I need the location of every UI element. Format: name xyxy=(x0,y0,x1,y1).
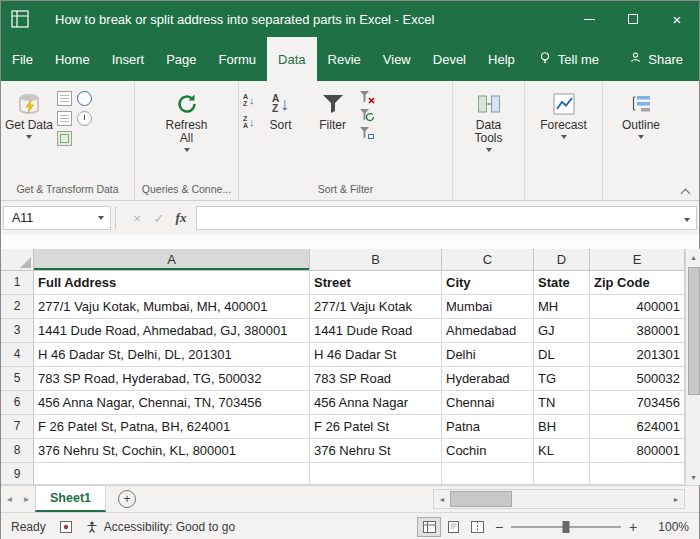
zoom-in-button[interactable]: + xyxy=(623,519,643,535)
hscroll-thumb[interactable] xyxy=(450,491,512,507)
accessibility-icon[interactable] xyxy=(86,521,98,533)
refresh-all-button[interactable]: Refresh All xyxy=(161,85,213,152)
cell-b7[interactable]: F 26 Patel St xyxy=(310,415,442,439)
cell-a3[interactable]: 1441 Dude Road, Ahmedabad, GJ, 380001 xyxy=(34,319,310,343)
formula-input[interactable] xyxy=(196,206,697,230)
scroll-up-icon[interactable]: ▲ xyxy=(686,249,700,265)
cell-e6[interactable]: 703456 xyxy=(590,391,685,415)
outline-button[interactable]: Outline xyxy=(622,85,660,139)
row-header-2[interactable]: 2 xyxy=(1,295,34,319)
tab-home[interactable]: Home xyxy=(44,37,101,81)
cell-b2[interactable]: 277/1 Vaju Kotak xyxy=(310,295,442,319)
from-text-csv-icon[interactable] xyxy=(57,91,72,106)
row-header-5[interactable]: 5 xyxy=(1,367,34,391)
cell-d5[interactable]: TG xyxy=(534,367,590,391)
cell-a2[interactable]: 277/1 Vaju Kotak, Mumbai, MH, 400001 xyxy=(34,295,310,319)
cell-a7[interactable]: F 26 Patel St, Patna, BH, 624001 xyxy=(34,415,310,439)
cell-d3[interactable]: GJ xyxy=(534,319,590,343)
cell-e1[interactable]: Zip Code xyxy=(590,271,685,295)
zoom-slider-thumb[interactable] xyxy=(563,521,570,533)
enter-icon[interactable]: ✓ xyxy=(148,211,170,226)
cell-e5[interactable]: 500032 xyxy=(590,367,685,391)
column-header-e[interactable]: E xyxy=(590,249,685,271)
cell-c6[interactable]: Chennai xyxy=(442,391,534,415)
cell-e2[interactable]: 400001 xyxy=(590,295,685,319)
cell-d6[interactable]: TN xyxy=(534,391,590,415)
select-all-corner[interactable] xyxy=(1,249,34,271)
share-button[interactable]: Share xyxy=(613,37,699,81)
vscroll-thumb[interactable] xyxy=(688,267,700,395)
column-header-c[interactable]: C xyxy=(442,249,534,271)
cell-b8[interactable]: 376 Nehru St xyxy=(310,439,442,463)
row-header-7[interactable]: 7 xyxy=(1,415,34,439)
forecast-button[interactable]: Forecast xyxy=(540,85,587,139)
zoom-out-button[interactable]: − xyxy=(489,519,509,535)
minimize-button[interactable] xyxy=(567,1,611,37)
column-header-d[interactable]: D xyxy=(534,249,590,271)
name-box[interactable]: A11 xyxy=(3,206,111,230)
tab-data[interactable]: Data xyxy=(267,37,316,81)
maximize-button[interactable] xyxy=(611,1,655,37)
cell-c4[interactable]: Delhi xyxy=(442,343,534,367)
collapse-ribbon-icon[interactable] xyxy=(681,188,691,195)
scroll-down-icon[interactable]: ▼ xyxy=(686,469,700,485)
advanced-filter-button[interactable] xyxy=(359,125,375,143)
row-header-3[interactable]: 3 xyxy=(1,319,34,343)
tab-review[interactable]: Revie xyxy=(317,37,372,81)
sheet-nav-left-icon[interactable]: ◄ xyxy=(1,486,18,512)
cell-d4[interactable]: DL xyxy=(534,343,590,367)
cell-c2[interactable]: Mumbai xyxy=(442,295,534,319)
sort-button[interactable]: AZ↓ Sort xyxy=(255,85,307,132)
horizontal-scrollbar[interactable]: ◄ ► xyxy=(433,489,685,509)
cell-e7[interactable]: 624001 xyxy=(590,415,685,439)
vertical-scrollbar[interactable]: ▲ ▼ xyxy=(685,249,700,485)
cell-b6[interactable]: 456 Anna Nagar xyxy=(310,391,442,415)
cell-c1[interactable]: City xyxy=(442,271,534,295)
cell-b4[interactable]: H 46 Dadar St xyxy=(310,343,442,367)
row-header-4[interactable]: 4 xyxy=(1,343,34,367)
cell-a5[interactable]: 783 SP Road, Hyderabad, TG, 500032 xyxy=(34,367,310,391)
sheet-tab-sheet1[interactable]: Sheet1 xyxy=(35,486,106,512)
get-data-button[interactable]: Get Data xyxy=(5,85,53,139)
cell-c7[interactable]: Patna xyxy=(442,415,534,439)
row-header-9[interactable]: 9 xyxy=(1,463,34,485)
zoom-slider[interactable] xyxy=(511,526,621,528)
existing-connections-icon[interactable] xyxy=(77,111,92,126)
cell-e9[interactable] xyxy=(590,463,685,485)
page-break-view-button[interactable] xyxy=(465,517,489,537)
sheet-nav-right-icon[interactable]: ► xyxy=(18,486,35,512)
tab-developer[interactable]: Devel xyxy=(422,37,477,81)
reapply-filter-button[interactable] xyxy=(359,107,375,125)
tab-help[interactable]: Help xyxy=(477,37,526,81)
cell-d1[interactable]: State xyxy=(534,271,590,295)
cell-d9[interactable] xyxy=(534,463,590,485)
formula-bar-expand-icon[interactable] xyxy=(684,218,690,222)
page-layout-view-button[interactable] xyxy=(441,517,465,537)
cell-e4[interactable]: 201301 xyxy=(590,343,685,367)
cell-b9[interactable] xyxy=(310,463,442,485)
recent-sources-icon[interactable] xyxy=(57,111,72,126)
cell-d7[interactable]: BH xyxy=(534,415,590,439)
zoom-level[interactable]: 100% xyxy=(643,520,689,534)
sort-ascending-button[interactable]: AZ ↓ xyxy=(243,91,255,109)
row-header-6[interactable]: 6 xyxy=(1,391,34,415)
data-tools-button[interactable]: Data Tools xyxy=(463,85,515,152)
row-header-1[interactable]: 1 xyxy=(1,271,34,295)
filter-button[interactable]: Filter xyxy=(307,85,359,132)
hscroll-left-icon[interactable]: ◄ xyxy=(434,490,450,508)
tab-formulas[interactable]: Formu xyxy=(208,37,268,81)
macro-record-icon[interactable] xyxy=(60,521,72,533)
cell-a4[interactable]: H 46 Dadar St, Delhi, DL, 201301 xyxy=(34,343,310,367)
cell-b3[interactable]: 1441 Dude Road xyxy=(310,319,442,343)
cancel-icon[interactable]: × xyxy=(126,211,148,226)
tab-view[interactable]: View xyxy=(372,37,422,81)
tab-insert[interactable]: Insert xyxy=(101,37,156,81)
cell-b1[interactable]: Street xyxy=(310,271,442,295)
normal-view-button[interactable] xyxy=(417,517,441,537)
hscroll-right-icon[interactable]: ► xyxy=(668,490,684,508)
tab-file[interactable]: File xyxy=(1,37,44,81)
cell-d2[interactable]: MH xyxy=(534,295,590,319)
cell-c3[interactable]: Ahmedabad xyxy=(442,319,534,343)
cell-e8[interactable]: 800001 xyxy=(590,439,685,463)
insert-function-icon[interactable]: fx xyxy=(170,210,192,226)
